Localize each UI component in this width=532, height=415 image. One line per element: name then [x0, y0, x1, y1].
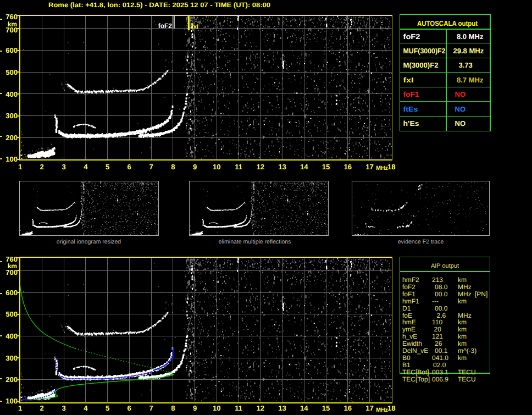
svg-text:16: 16: [344, 163, 352, 171]
svg-text:hmF2: hmF2: [402, 276, 419, 284]
svg-text:MHz: MHz: [458, 290, 472, 298]
svg-text:NO: NO: [455, 105, 466, 113]
svg-text:km: km: [458, 318, 467, 326]
svg-text:fxI: fxI: [403, 76, 414, 84]
svg-text:5: 5: [106, 404, 109, 412]
svg-text:foF2: foF2: [403, 32, 420, 41]
svg-text:500: 500: [5, 310, 18, 318]
svg-text:500: 500: [5, 68, 18, 76]
svg-text:km: km: [458, 333, 467, 340]
svg-text:02.0: 02.0: [433, 361, 446, 369]
svg-text:10: 10: [213, 404, 220, 412]
svg-text:---: ---: [432, 297, 439, 305]
svg-text:km: km: [458, 276, 467, 284]
svg-text:hmE: hmE: [402, 318, 416, 326]
svg-text:12: 12: [257, 404, 264, 412]
svg-text:29.8 MHz: 29.8 MHz: [453, 47, 484, 55]
svg-text:8.0 MHz: 8.0 MHz: [457, 32, 484, 41]
svg-text:1: 1: [18, 163, 22, 171]
svg-text:2.6: 2.6: [437, 312, 446, 319]
svg-text:18: 18: [387, 404, 395, 412]
svg-text:h_vE: h_vE: [402, 333, 417, 340]
svg-text:evidence F2 trace: evidence F2 trace: [398, 239, 444, 245]
svg-text:00.1: 00.1: [435, 347, 448, 355]
svg-text:MUF(3000)F2: MUF(3000)F2: [403, 47, 446, 55]
svg-text:AIP output: AIP output: [431, 263, 459, 269]
svg-text:4: 4: [84, 404, 88, 412]
svg-text:100: 100: [5, 397, 18, 405]
svg-text:7: 7: [149, 163, 153, 171]
svg-text:14: 14: [300, 163, 308, 171]
svg-text:8: 8: [171, 163, 175, 171]
svg-text:foF2: foF2: [158, 22, 173, 30]
svg-text:DelN_vE: DelN_vE: [402, 347, 428, 355]
svg-text:400: 400: [5, 332, 18, 340]
svg-text:2: 2: [40, 163, 44, 171]
svg-text:B0: B0: [402, 354, 411, 362]
svg-text:8.7 MHz: 8.7 MHz: [457, 76, 484, 84]
svg-text:300: 300: [5, 354, 18, 362]
svg-text:041.0: 041.0: [432, 354, 448, 362]
svg-text:km: km: [458, 340, 467, 347]
svg-text:1: 1: [18, 404, 22, 412]
svg-text:00.0: 00.0: [435, 305, 448, 312]
svg-text:10: 10: [213, 163, 220, 171]
svg-text:km: km: [458, 354, 467, 362]
svg-text:foF1: foF1: [403, 90, 419, 98]
svg-text:13: 13: [278, 163, 286, 171]
svg-text:NO: NO: [455, 119, 466, 128]
svg-text:8: 8: [171, 404, 175, 412]
svg-text:MHz: MHz: [458, 312, 472, 319]
svg-text:600: 600: [5, 289, 18, 297]
svg-text:11: 11: [235, 163, 242, 171]
svg-text:MHz: MHz: [376, 407, 388, 413]
svg-text:003.1: 003.1: [432, 368, 448, 376]
svg-text:6: 6: [128, 163, 131, 171]
svg-text:MHz: MHz: [376, 165, 388, 171]
svg-text:MHz: MHz: [458, 283, 472, 291]
svg-text:B1: B1: [402, 361, 411, 369]
svg-text:14: 14: [300, 404, 308, 412]
svg-text:08.0: 08.0: [435, 283, 448, 291]
svg-text:M(3000)F2: M(3000)F2: [403, 61, 439, 69]
svg-text:7: 7: [149, 404, 153, 412]
svg-text:foF1: foF1: [402, 290, 415, 298]
svg-text:12: 12: [257, 163, 264, 171]
svg-text:3.73: 3.73: [459, 61, 473, 69]
svg-text:20: 20: [434, 325, 442, 333]
svg-text:m^(-3): m^(-3): [458, 347, 476, 355]
svg-text:TEC[Bot]: TEC[Bot]: [402, 368, 429, 376]
svg-text:213: 213: [432, 276, 443, 284]
svg-text:3: 3: [62, 163, 65, 171]
svg-text:17: 17: [365, 404, 373, 412]
svg-text:km: km: [8, 20, 17, 28]
svg-text:15: 15: [322, 404, 330, 412]
svg-text:NO: NO: [455, 90, 466, 98]
svg-text:ymE: ymE: [402, 325, 415, 333]
svg-text:13: 13: [278, 404, 286, 412]
svg-text:16: 16: [344, 404, 352, 412]
svg-text:006.9: 006.9: [432, 375, 448, 383]
svg-text:h'Es: h'Es: [403, 119, 419, 128]
svg-text:11: 11: [235, 404, 242, 412]
svg-text:5: 5: [106, 163, 109, 171]
svg-text:6: 6: [128, 404, 131, 412]
svg-text:D1: D1: [402, 305, 411, 312]
svg-text:[PN]: [PN]: [475, 290, 487, 298]
svg-text:fxI: fxI: [191, 24, 198, 30]
svg-text:TEC[Top]: TEC[Top]: [402, 375, 430, 383]
svg-text:TECU: TECU: [458, 368, 476, 376]
svg-text:Ewidth: Ewidth: [402, 340, 422, 347]
svg-text:17: 17: [365, 163, 373, 171]
svg-text:AUTOSCALA output: AUTOSCALA output: [417, 19, 478, 27]
svg-text:121: 121: [432, 333, 443, 340]
svg-text:original ionogram resized: original ionogram resized: [57, 239, 121, 245]
svg-text:km: km: [458, 325, 467, 333]
svg-text:km: km: [8, 262, 17, 270]
svg-text:4: 4: [84, 163, 88, 171]
svg-text:200: 200: [5, 134, 18, 142]
svg-text:26: 26: [435, 340, 442, 347]
svg-text:foF2: foF2: [402, 283, 415, 291]
svg-text:200: 200: [5, 375, 18, 384]
svg-text:400: 400: [5, 90, 18, 98]
